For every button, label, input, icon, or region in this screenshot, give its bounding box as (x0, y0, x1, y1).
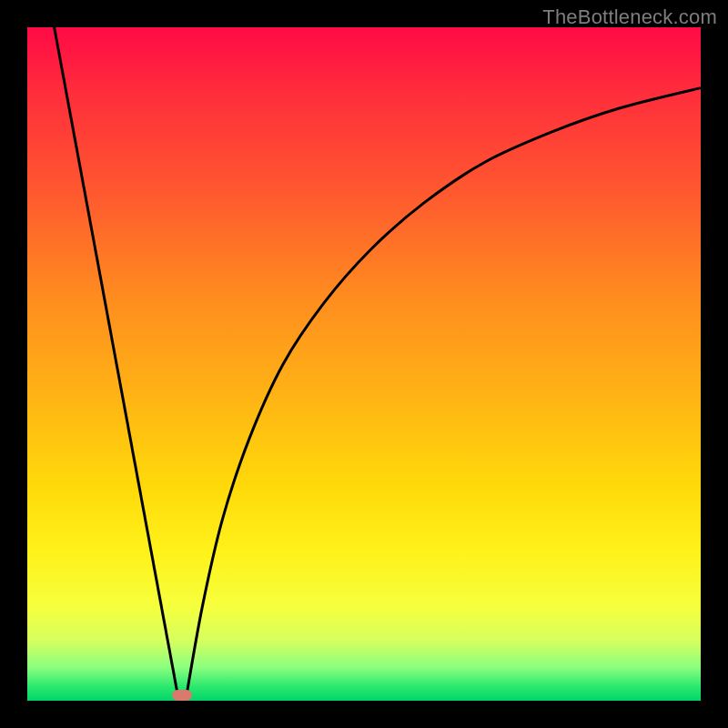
min-marker (172, 690, 192, 701)
curve-left-branch (55, 27, 179, 701)
plot-area (27, 27, 701, 701)
chart-frame: TheBottleneck.com (0, 0, 728, 728)
curve-right-branch (186, 88, 701, 701)
bottleneck-curve (27, 27, 701, 701)
watermark-text: TheBottleneck.com (542, 5, 717, 29)
